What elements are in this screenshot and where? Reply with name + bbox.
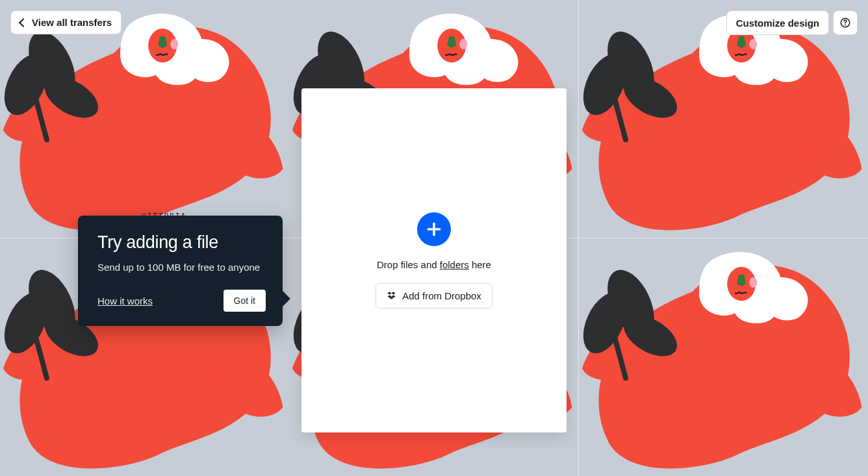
- add-from-dropbox-label: Add from Dropbox: [402, 290, 481, 301]
- customize-design-button[interactable]: Customize design: [726, 10, 829, 35]
- view-all-transfers-button[interactable]: View all transfers: [10, 10, 121, 34]
- svg-point-2: [170, 39, 178, 49]
- plus-icon: [426, 221, 442, 238]
- customize-design-label: Customize design: [736, 18, 819, 29]
- view-all-transfers-label: View all transfers: [32, 17, 112, 28]
- chevron-left-icon: [19, 18, 28, 27]
- got-it-button[interactable]: Got it: [223, 290, 266, 312]
- bg-tile: VITTORIA: [0, 0, 289, 238]
- drop-hint-pre: Drop files and: [377, 259, 440, 270]
- svg-point-37: [749, 277, 757, 288]
- how-it-works-link[interactable]: How it works: [97, 295, 153, 307]
- coachmark-body: Send up to 100 MB for free to anyone: [97, 262, 266, 273]
- bg-tile: [579, 0, 868, 238]
- drop-hint-text: Drop files and folders here: [377, 259, 491, 270]
- svg-point-16: [749, 39, 757, 49]
- drop-hint-post: here: [469, 259, 491, 270]
- svg-point-9: [460, 39, 468, 49]
- bg-tile: [579, 238, 868, 477]
- folders-link[interactable]: folders: [440, 259, 469, 270]
- onboarding-coachmark: Try adding a file Send up to 100 MB for …: [78, 216, 283, 326]
- coachmark-title: Try adding a file: [97, 232, 266, 253]
- add-files-button[interactable]: [417, 212, 451, 246]
- question-mark-circle-icon: [839, 17, 851, 29]
- dropbox-icon: [387, 291, 397, 301]
- add-from-dropbox-button[interactable]: Add from Dropbox: [376, 283, 492, 308]
- svg-point-43: [845, 25, 846, 26]
- help-button[interactable]: [833, 10, 858, 35]
- transfer-drop-card[interactable]: Drop files and folders here Add from Dro…: [301, 88, 567, 432]
